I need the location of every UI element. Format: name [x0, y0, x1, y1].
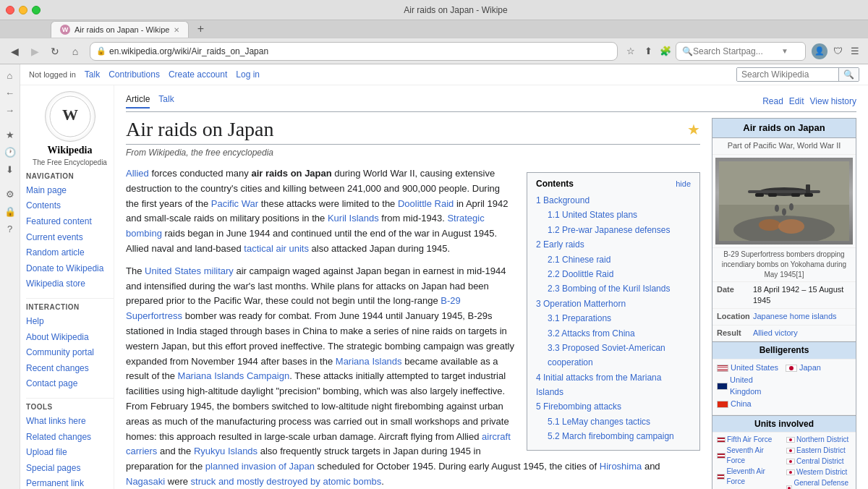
tab-talk[interactable]: Talk [158, 94, 174, 109]
create-account-link[interactable]: Create account [169, 69, 227, 80]
toc-link-3-1[interactable]: 3.1 Preparations [548, 313, 611, 323]
link-doolittle[interactable]: Doolittle Raid [398, 198, 454, 209]
toc-link-1-1[interactable]: 1.1 United States plans [548, 210, 637, 220]
search-bar[interactable]: 🔍 ▼ [676, 42, 806, 61]
toc-link-5-1[interactable]: 5.1 LeMay changes tactics [548, 417, 650, 427]
edit-btn[interactable]: Edit [789, 96, 804, 106]
talk-link[interactable]: Talk [85, 69, 100, 80]
nav-about[interactable]: About Wikipedia [26, 330, 114, 346]
link-invasion-japan[interactable]: planned invasion of Japan [205, 461, 315, 472]
menu-icon[interactable]: ☰ [848, 44, 862, 59]
toc-link-1[interactable]: 1 Background [536, 195, 590, 205]
sidebar-settings-icon[interactable]: ⚙ [2, 186, 18, 202]
forward-button[interactable]: ▶ [26, 43, 43, 60]
toc-link-3[interactable]: 3 Operation Matterhorn [536, 299, 626, 309]
sidebar-forward-icon[interactable]: → [2, 102, 18, 118]
view-history-btn[interactable]: View history [810, 96, 856, 106]
tab-article[interactable]: Article [126, 94, 150, 109]
sidebar-history-icon[interactable]: 🕐 [2, 144, 18, 160]
flag-us-unit [717, 437, 726, 443]
toc-link-5-2[interactable]: 5.2 March firebombing campaign [548, 431, 674, 441]
toc-link-5[interactable]: 5 Firebombing attacks [536, 401, 621, 412]
nav-contact[interactable]: Contact page [26, 376, 114, 392]
nav-permanent-link[interactable]: Permanent link [26, 476, 114, 489]
search-input[interactable] [693, 46, 780, 56]
toc-hide-link[interactable]: hide [676, 179, 691, 188]
home-button[interactable]: ⌂ [67, 43, 84, 60]
link-aircraft-carriers[interactable]: aircraft carriers [126, 431, 511, 457]
svg-rect-8 [755, 193, 764, 197]
bookmark-icon[interactable]: ☆ [624, 44, 638, 59]
read-btn[interactable]: Read [762, 96, 783, 106]
toc-link-4[interactable]: 4 Initial attacks from the Mariana Islan… [536, 373, 661, 397]
sidebar-lock-icon[interactable]: 🔒 [2, 203, 18, 219]
nav-random[interactable]: Random article [26, 245, 114, 261]
new-tab-button[interactable]: + [192, 20, 209, 38]
address-bar[interactable]: 🔒 [90, 42, 618, 61]
user-avatar[interactable]: 👤 [812, 43, 827, 59]
sidebar-bookmarks-icon[interactable]: ★ [2, 127, 18, 143]
wiki-nav-tools-title: Tools [26, 403, 114, 411]
sidebar-question-icon[interactable]: ? [2, 221, 18, 237]
toc-link-2[interactable]: 2 Early raids [536, 239, 584, 250]
link-b29[interactable]: B-29 Superfortress [126, 295, 461, 321]
link-allied[interactable]: Allied [126, 168, 149, 179]
link-mariana-campaign[interactable]: Mariana Islands Campaign [178, 370, 290, 381]
wiki-main-content: Article Talk Read Edit View history Air … [114, 85, 868, 489]
wiki-search-button[interactable]: 🔍 [838, 68, 859, 81]
shield-icon[interactable]: 🛡 [830, 44, 845, 59]
link-kuril[interactable]: Kuril Islands [328, 213, 379, 224]
sidebar-home-icon[interactable]: ⌂ [2, 67, 18, 83]
nav-related-changes[interactable]: Related changes [26, 430, 114, 446]
share-icon[interactable]: ⬆ [641, 44, 655, 59]
link-hiroshima[interactable]: Hiroshima [600, 461, 642, 472]
toc-link-3-2[interactable]: 3.2 Attacks from China [548, 328, 635, 339]
url-input[interactable] [109, 46, 611, 56]
sidebar-back-icon[interactable]: ← [2, 85, 18, 101]
contributions-link[interactable]: Contributions [109, 69, 160, 80]
link-nagasaki[interactable]: Nagasaki [126, 476, 165, 487]
toc-link-2-1[interactable]: 2.1 Chinese raid [548, 255, 610, 265]
link-tactical-air[interactable]: tactical air units [244, 243, 309, 254]
link-ryukyu[interactable]: Ryukyu Islands [194, 446, 258, 456]
log-in-link[interactable]: Log in [236, 69, 260, 80]
nav-special-pages[interactable]: Special pages [26, 461, 114, 477]
nav-whatlinks[interactable]: What links here [26, 414, 114, 430]
toc-link-3-3[interactable]: 3.3 Proposed Soviet-American cooperation [548, 343, 665, 367]
infobox-caption: B-29 Superfortress bombers dropping ince… [712, 248, 856, 282]
flag-jp-unit [786, 437, 795, 443]
link-atomic[interactable]: struck and mostly destroyed by atomic bo… [191, 476, 382, 487]
sidebar-downloads-icon[interactable]: ⬇ [2, 161, 18, 177]
featured-article-star[interactable]: ★ [687, 121, 700, 138]
nav-store[interactable]: Wikipedia store [26, 276, 114, 292]
infobox-result-row: Result Allied victory [712, 326, 856, 341]
browser-left-sidebar: ⌂ ← → ★ 🕐 ⬇ ⚙ 🔒 ? [0, 64, 20, 489]
search-dropdown-icon[interactable]: ▼ [781, 47, 788, 55]
link-mariana[interactable]: Mariana Islands [336, 356, 402, 367]
browser-tab[interactable]: W Air raids on Japan - Wikipe ✕ [51, 21, 189, 38]
extensions-icon[interactable]: 🧩 [658, 44, 673, 59]
nav-community[interactable]: Community portal [26, 345, 114, 361]
link-us-military[interactable]: United States military [145, 265, 234, 276]
nav-current-events[interactable]: Current events [26, 230, 114, 246]
close-button[interactable] [6, 6, 14, 14]
nav-help[interactable]: Help [26, 314, 114, 330]
link-strategic-bombing[interactable]: Strategic bombing [126, 213, 485, 239]
nav-contents[interactable]: Contents [26, 198, 114, 214]
wiki-search-box[interactable]: 🔍 [736, 67, 859, 82]
wiki-search-input[interactable] [737, 68, 838, 81]
toc-link-2-3[interactable]: 2.3 Bombing of the Kuril Islands [548, 284, 670, 294]
back-button[interactable]: ◀ [6, 43, 23, 60]
toc-link-2-2[interactable]: 2.2 Doolittle Raid [548, 269, 613, 279]
nav-recent-changes[interactable]: Recent changes [26, 361, 114, 377]
maximize-button[interactable] [32, 6, 41, 14]
nav-donate[interactable]: Donate to Wikipedia [26, 261, 114, 277]
nav-featured[interactable]: Featured content [26, 214, 114, 230]
link-pacific-war[interactable]: Pacific War [211, 198, 258, 209]
nav-upload[interactable]: Upload file [26, 445, 114, 461]
toc-link-1-2[interactable]: 1.2 Pre-war Japanese defenses [548, 225, 670, 235]
tab-close-icon[interactable]: ✕ [174, 26, 179, 34]
reload-button[interactable]: ↻ [46, 43, 64, 60]
nav-main-page[interactable]: Main page [26, 183, 114, 199]
minimize-button[interactable] [19, 6, 27, 14]
